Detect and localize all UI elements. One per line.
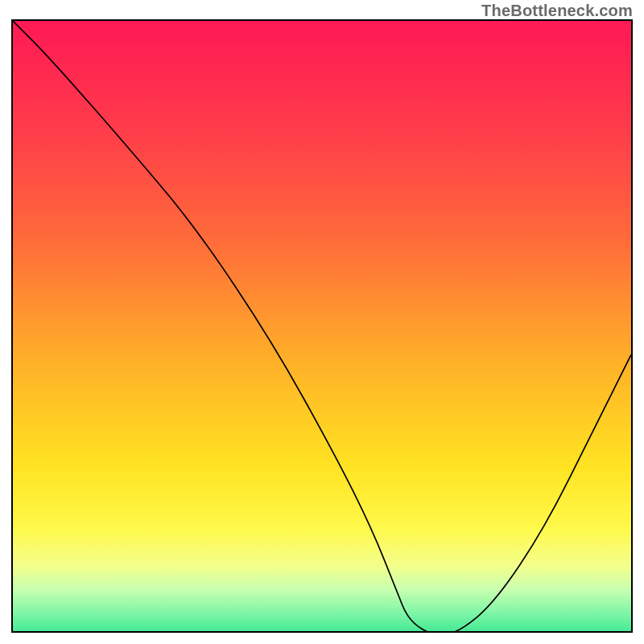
plot-area xyxy=(11,19,633,633)
watermark-text: TheBottleneck.com xyxy=(481,2,633,20)
chart-overlay xyxy=(13,21,631,633)
optimum-marker xyxy=(402,631,427,633)
chart-stage: TheBottleneck.com xyxy=(0,0,644,644)
bottleneck-curve xyxy=(13,21,631,633)
